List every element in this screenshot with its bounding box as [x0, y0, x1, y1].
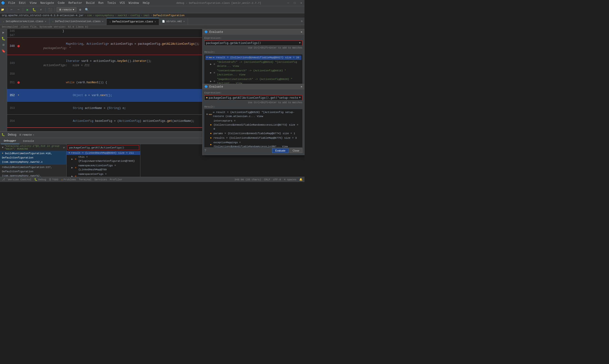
- close-tab-dai[interactable]: ✕: [102, 20, 104, 23]
- thread-filter-btn[interactable]: ⊕: [63, 146, 65, 149]
- close-tab-struts[interactable]: ✕: [183, 20, 185, 23]
- tab-struts-xml[interactable]: 📄 struts.xml ✕: [159, 18, 188, 25]
- eval-close-1[interactable]: ✕: [301, 30, 302, 34]
- forward-btn[interactable]: →: [15, 7, 21, 13]
- breadcrumb-part-2[interactable]: com: [87, 14, 92, 17]
- evaluate-btn-2[interactable]: Evaluate: [272, 148, 289, 153]
- result-item-1-2[interactable]: ▶ ≡ "contentnamesearch" -> {ActionConfig…: [205, 68, 301, 77]
- position-item[interactable]: 348:90 (35 chars): [234, 178, 261, 181]
- result-2-4[interactable]: ● exceptionMappings = {Collections$Unmod…: [205, 140, 301, 147]
- result-item-1-1[interactable]: ▶ ≡ "deletedraft" -> {ActionConfig@8816}…: [205, 60, 301, 68]
- eval-input-2[interactable]: [209, 96, 298, 99]
- services-item[interactable]: Services: [94, 178, 107, 181]
- terminal-item[interactable]: Terminal: [79, 178, 91, 181]
- result-main-row-2[interactable]: ▼ ∞∞ ∞ result = {ActionConfig@8520} "[Ac…: [205, 110, 301, 119]
- eval-input-wrap-2[interactable]: ● ▼: [204, 95, 302, 100]
- profiler-item[interactable]: Profiler: [110, 178, 123, 181]
- expand-small-main[interactable]: ▼: [68, 152, 70, 154]
- close-btn[interactable]: ✕: [299, 1, 304, 5]
- sidebar-bookmark-icon[interactable]: 🔖: [1, 49, 6, 53]
- dropdown-icon: ▼: [73, 8, 75, 11]
- eval-dropdown-1[interactable]: ▼: [299, 41, 301, 45]
- eval-dropdown-2[interactable]: ▼: [299, 96, 301, 99]
- result-2-1[interactable]: ● interceptors = {Collections$Unmodifiab…: [205, 119, 301, 131]
- eval-small-expr[interactable]: packageConfig.getAllActionConfigs(): [67, 145, 139, 150]
- menu-code[interactable]: Code: [56, 0, 67, 6]
- frame-item-0[interactable]: ➤ buildRuntimeConfiguration:416, Default…: [0, 151, 66, 165]
- result-2-2[interactable]: ● params = {Collections$UnmodifiableMap@…: [205, 131, 301, 136]
- menu-edit[interactable]: Edit: [17, 0, 28, 6]
- eval-close-2[interactable]: ✕: [301, 85, 302, 89]
- frame-item-1[interactable]: rebuildRuntimeConfiguration:227, Default…: [0, 165, 66, 178]
- eval-small-result-main[interactable]: ▼ result = {LinkedHashMap@8894} size = 2…: [67, 151, 140, 155]
- settings-btn[interactable]: ⚙: [77, 7, 83, 13]
- expand-icon-2[interactable]: ▼: [206, 113, 208, 117]
- search-btn[interactable]: 🔍: [84, 7, 90, 13]
- debug-remote-label[interactable]: remote: [22, 133, 32, 136]
- notifications-icon[interactable]: 🔔: [299, 178, 303, 181]
- tab-default-action-invocation[interactable]: ☕ DefaultActionInvocation.class ✕: [50, 18, 107, 25]
- more-tabs-btn[interactable]: ≡: [299, 20, 305, 23]
- menu-vcs[interactable]: VCS: [118, 0, 127, 6]
- profile-btn[interactable]: ⚡: [38, 7, 44, 13]
- menu-build[interactable]: Build: [84, 0, 96, 6]
- version-control-item[interactable]: Version Control: [8, 178, 31, 181]
- result-main-row-1[interactable]: ▼ ∞∞ ∞ result = {Collections$Unmodifiabl…: [205, 55, 301, 60]
- menu-navigate[interactable]: Navigate: [38, 0, 56, 6]
- expand-s0[interactable]: ▶: [71, 157, 73, 161]
- maximize-btn[interactable]: □: [293, 1, 297, 5]
- expand-icon-1-2[interactable]: ▶: [210, 71, 212, 75]
- expand-icon-1-3[interactable]: ▶: [210, 79, 212, 83]
- indent-item[interactable]: 4 spaces: [284, 178, 297, 181]
- back-btn[interactable]: ←: [9, 7, 14, 13]
- git-icon[interactable]: ⎇: [2, 178, 5, 181]
- breakpoint-348[interactable]: [17, 45, 20, 47]
- remote-selector[interactable]: 🖥 remote ▼: [57, 7, 76, 12]
- breadcrumb-part-6[interactable]: impl: [143, 14, 150, 17]
- eval-small-item-1[interactable]: ▶ ≡ namespaceActionConfigs = {LinkedHash…: [67, 163, 140, 172]
- sidebar-structure-icon[interactable]: ⊞: [1, 42, 6, 47]
- breakpoint-351[interactable]: [17, 81, 20, 84]
- menu-refactor[interactable]: Refactor: [67, 0, 84, 6]
- eval-small-item-0[interactable]: ▶ ≡ this = {PluginAwareXWorkConfiguratio…: [67, 155, 140, 163]
- stop-btn[interactable]: ⬛: [47, 7, 53, 13]
- minimize-btn[interactable]: ─: [286, 1, 290, 5]
- debug-tab-debugger[interactable]: Debugger: [1, 138, 19, 144]
- breadcrumb-part-4[interactable]: xwork2: [117, 14, 127, 17]
- line-sep-item[interactable]: CRLF: [264, 178, 270, 181]
- thread-filter-icon[interactable]: ▼: [2, 146, 4, 149]
- debug-remote-close[interactable]: ✕: [33, 133, 34, 136]
- breadcrumb-part-3[interactable]: opensymphony: [95, 14, 114, 17]
- run-btn[interactable]: ▶: [25, 7, 30, 13]
- problems-item[interactable]: ⚠ Problems: [61, 178, 76, 181]
- tab-setup-restore[interactable]: ☕ SetupRestoreAction.class ✕: [0, 18, 50, 25]
- eval-input-1[interactable]: [206, 41, 298, 45]
- eval-input-wrap-1[interactable]: ▼: [204, 40, 302, 46]
- debug-tab-console[interactable]: Console: [20, 138, 37, 144]
- menu-file[interactable]: File: [6, 0, 17, 6]
- debug-btn[interactable]: 🐛: [31, 7, 37, 13]
- menu-run[interactable]: Run: [96, 0, 105, 6]
- breadcrumb-part-5[interactable]: config: [130, 14, 140, 17]
- debug-status-item[interactable]: 🐛 Debug: [34, 178, 46, 181]
- expand-icon-1-1[interactable]: ▶: [210, 62, 212, 66]
- result-2-3[interactable]: ● results = {Collections$UnmodifiableMap…: [205, 136, 301, 140]
- close-tab-setup[interactable]: ✕: [45, 20, 46, 23]
- menu-window[interactable]: Window: [127, 0, 141, 6]
- menu-tools[interactable]: Tools: [105, 0, 118, 6]
- sidebar-run-icon[interactable]: ▶: [1, 30, 6, 35]
- sidebar-debug-icon[interactable]: 🐛: [1, 36, 6, 41]
- expand-icon-1[interactable]: ▼: [206, 56, 208, 60]
- breadcrumb-part-7[interactable]: DefaultConfiguration: [153, 14, 185, 17]
- eval-help-icon-2[interactable]: ?: [204, 149, 206, 153]
- close-tab-dc[interactable]: ✕: [155, 20, 156, 23]
- expand-s1[interactable]: ▶: [71, 166, 73, 170]
- todo-item[interactable]: ☰ TODO: [49, 178, 58, 181]
- encoding-item[interactable]: UTF-8: [273, 178, 281, 181]
- close-btn-2[interactable]: Close: [289, 148, 302, 153]
- thread-item: ▼ "Catalina-utility-1"@2,518 in group "m…: [0, 144, 66, 151]
- menu-help[interactable]: Help: [141, 0, 152, 6]
- menu-view[interactable]: View: [28, 0, 39, 6]
- breadcrumb-part-1[interactable]: org.apache.struts_struts2-core-6.3.0-atl…: [2, 14, 83, 17]
- tab-default-configuration[interactable]: ☕ DefaultConfiguration.class ✕: [107, 18, 159, 25]
